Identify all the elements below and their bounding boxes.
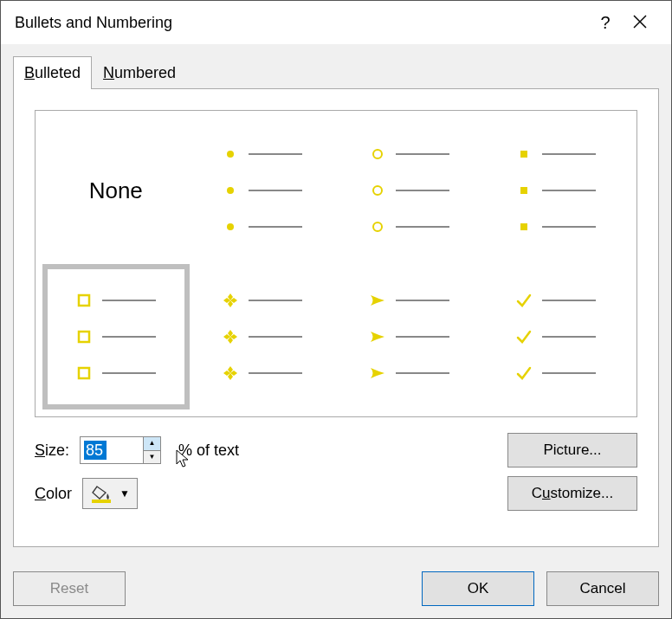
bullet-option-dot-filled[interactable] <box>190 118 337 264</box>
size-row: Size: ▲ ▼ % of text <box>35 436 490 464</box>
dropdown-caret-icon: ▼ <box>120 487 130 500</box>
svg-point-3 <box>227 187 234 194</box>
square-open-icon <box>76 293 92 308</box>
tab-strip: Bulleted Numbered <box>13 56 659 89</box>
close-button[interactable] <box>623 13 657 33</box>
bullet-option-square-open[interactable] <box>42 264 190 410</box>
bullet-option-arrow[interactable] <box>336 264 483 410</box>
tab-numbered[interactable]: Numbered <box>92 56 187 89</box>
dialog-footer: Reset OK Cancel <box>1 559 671 618</box>
diamond-cluster-icon <box>223 293 238 308</box>
paint-bucket-icon <box>90 484 114 503</box>
bullet-option-square-filled[interactable] <box>483 118 630 264</box>
help-button[interactable]: ? <box>588 13 623 33</box>
cancel-button[interactable]: Cancel <box>546 571 659 606</box>
bullet-style-grid: None <box>35 110 637 417</box>
svg-rect-10 <box>520 223 527 230</box>
dialog-title: Bullets and Numbering <box>15 14 588 32</box>
svg-point-4 <box>227 223 234 230</box>
tab-numbered-rest: umbered <box>114 64 176 81</box>
ok-button[interactable]: OK <box>422 571 534 606</box>
color-row: Color ▼ <box>35 478 490 509</box>
dialog-window: Bullets and Numbering ? Bulleted Numbere… <box>0 0 672 619</box>
controls-area: Size: ▲ ▼ % of text Picture... Color <box>35 433 637 511</box>
svg-rect-11 <box>79 295 89 306</box>
title-bar: Bullets and Numbering ? <box>1 1 671 44</box>
bullet-option-diamond-cluster[interactable] <box>190 264 337 410</box>
circle-open-icon <box>370 146 385 162</box>
tab-bulleted-rest: ulleted <box>35 64 81 81</box>
svg-point-2 <box>227 151 234 158</box>
svg-rect-8 <box>520 151 527 158</box>
color-picker-button[interactable]: ▼ <box>82 478 138 509</box>
size-suffix: % of text <box>178 442 239 460</box>
svg-point-6 <box>373 186 382 195</box>
picture-button[interactable]: Picture... <box>507 433 637 467</box>
dialog-body: Bulleted Numbered None <box>1 44 671 559</box>
customize-button[interactable]: Customize... <box>507 476 637 511</box>
svg-point-5 <box>373 150 382 158</box>
svg-point-7 <box>373 222 382 231</box>
size-increment[interactable]: ▲ <box>144 437 160 451</box>
bullet-option-check[interactable] <box>483 264 630 410</box>
none-label: None <box>89 177 143 204</box>
size-label: Size: <box>35 442 69 460</box>
bullet-option-circle-open[interactable] <box>336 118 483 264</box>
tab-bulleted[interactable]: Bulleted <box>13 56 92 89</box>
check-icon <box>516 293 532 308</box>
square-filled-icon <box>516 146 532 162</box>
dot-filled-icon <box>223 146 238 162</box>
svg-rect-12 <box>79 332 89 342</box>
svg-rect-13 <box>79 368 89 378</box>
svg-rect-14 <box>92 500 111 503</box>
svg-rect-9 <box>520 187 527 194</box>
size-spinner[interactable]: ▲ ▼ <box>80 436 161 464</box>
tab-panel: None <box>13 88 659 547</box>
size-decrement[interactable]: ▼ <box>144 451 160 464</box>
spin-buttons: ▲ ▼ <box>143 437 160 463</box>
bullet-option-none[interactable]: None <box>42 118 190 264</box>
color-label: Color <box>35 485 72 503</box>
arrow-icon <box>370 293 385 308</box>
reset-button: Reset <box>13 571 126 606</box>
size-input[interactable] <box>81 437 143 463</box>
